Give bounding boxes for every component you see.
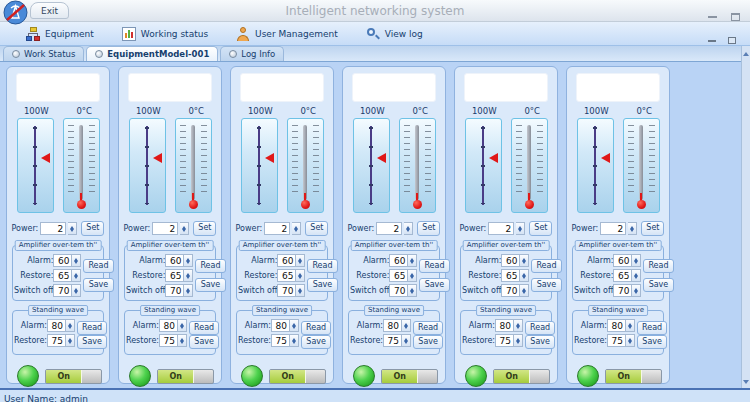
minimize-icon[interactable] [708, 16, 717, 18]
amp-save-button[interactable]: Save [643, 278, 673, 292]
spinner-down-icon[interactable] [180, 326, 184, 331]
amp-save-button[interactable]: Save [83, 278, 113, 292]
amp-restore-input[interactable]: 65 [165, 269, 184, 282]
spinner-down-icon[interactable] [410, 261, 414, 266]
sw-restore-input[interactable]: 75 [607, 334, 626, 347]
sw-restore-input[interactable]: 75 [271, 334, 290, 347]
spinner-down-icon[interactable] [298, 291, 302, 296]
on-toggle[interactable]: On [605, 369, 662, 384]
set-power-button[interactable]: Set [529, 221, 552, 236]
mdi-restore-icon[interactable] [728, 37, 736, 44]
tab-log-info[interactable]: Log Info [220, 46, 284, 61]
amp-switch-off-spinner[interactable] [520, 284, 529, 297]
spinner-down-icon[interactable] [182, 229, 186, 234]
spinner-down-icon[interactable] [68, 326, 72, 331]
amp-switch-off-input[interactable]: 70 [53, 284, 72, 297]
amp-save-button[interactable]: Save [195, 278, 225, 292]
toolbar-working-status-button[interactable]: Working status [122, 27, 208, 41]
spinner-down-icon[interactable] [186, 291, 190, 296]
spinner-down-icon[interactable] [292, 341, 296, 346]
sw-alarm-spinner[interactable] [626, 319, 635, 332]
amp-alarm-input[interactable]: 60 [389, 254, 408, 267]
spinner-down-icon[interactable] [404, 326, 408, 331]
amp-restore-spinner[interactable] [296, 269, 305, 282]
spinner-down-icon[interactable] [298, 276, 302, 281]
tab-equipment-model-001[interactable]: EquipmentModel-001 [86, 46, 218, 61]
maximize-icon[interactable] [731, 13, 740, 21]
amp-save-button[interactable]: Save [531, 278, 561, 292]
amp-restore-spinner[interactable] [408, 269, 417, 282]
amp-save-button[interactable]: Save [307, 278, 337, 292]
amp-alarm-spinner[interactable] [632, 254, 641, 267]
amp-switch-off-input[interactable]: 70 [613, 284, 632, 297]
amp-alarm-spinner[interactable] [520, 254, 529, 267]
power-spinner[interactable] [292, 222, 301, 235]
amp-restore-input[interactable]: 65 [613, 269, 632, 282]
spinner-down-icon[interactable] [186, 261, 190, 266]
spinner-down-icon[interactable] [522, 276, 526, 281]
sw-alarm-spinner[interactable] [290, 319, 299, 332]
amp-read-button[interactable]: Read [83, 259, 113, 273]
spinner-down-icon[interactable] [70, 229, 74, 234]
amp-read-button[interactable]: Read [643, 259, 673, 273]
sw-restore-spinner[interactable] [290, 334, 299, 347]
amp-restore-spinner[interactable] [184, 269, 193, 282]
amp-read-button[interactable]: Read [307, 259, 337, 273]
sw-alarm-input[interactable]: 80 [495, 319, 514, 332]
amp-alarm-spinner[interactable] [296, 254, 305, 267]
sw-alarm-input[interactable]: 80 [383, 319, 402, 332]
amp-switch-off-spinner[interactable] [632, 284, 641, 297]
amp-alarm-spinner[interactable] [184, 254, 193, 267]
amp-alarm-input[interactable]: 60 [613, 254, 632, 267]
spinner-down-icon[interactable] [522, 291, 526, 296]
toolbar-user-management-button[interactable]: User Management [236, 27, 338, 41]
spinner-down-icon[interactable] [410, 291, 414, 296]
spinner-down-icon[interactable] [518, 229, 522, 234]
sw-alarm-spinner[interactable] [402, 319, 411, 332]
spinner-down-icon[interactable] [406, 229, 410, 234]
spinner-down-icon[interactable] [404, 341, 408, 346]
sw-restore-spinner[interactable] [626, 334, 635, 347]
spinner-down-icon[interactable] [628, 341, 632, 346]
vertical-scrollbar[interactable] [741, 46, 750, 390]
amp-alarm-spinner[interactable] [72, 254, 81, 267]
amp-alarm-input[interactable]: 60 [165, 254, 184, 267]
sw-restore-spinner[interactable] [514, 334, 523, 347]
spinner-down-icon[interactable] [298, 261, 302, 266]
sw-restore-input[interactable]: 75 [159, 334, 178, 347]
sw-read-button[interactable]: Read [413, 321, 443, 335]
spinner-down-icon[interactable] [516, 326, 520, 331]
spinner-down-icon[interactable] [74, 261, 78, 266]
amp-read-button[interactable]: Read [195, 259, 225, 273]
power-input[interactable]: 2 [600, 222, 626, 235]
sw-alarm-spinner[interactable] [66, 319, 75, 332]
toolbar-equipment-button[interactable]: Equipment [26, 27, 94, 41]
tab-work-status[interactable]: Work Status [3, 46, 84, 61]
power-spinner[interactable] [404, 222, 413, 235]
spinner-down-icon[interactable] [292, 326, 296, 331]
sw-alarm-spinner[interactable] [514, 319, 523, 332]
sw-restore-spinner[interactable] [66, 334, 75, 347]
sw-read-button[interactable]: Read [637, 321, 667, 335]
spinner-down-icon[interactable] [634, 291, 638, 296]
sw-save-button[interactable]: Save [637, 335, 667, 349]
amp-switch-off-spinner[interactable] [184, 284, 193, 297]
on-toggle[interactable]: On [381, 369, 438, 384]
on-toggle[interactable]: On [157, 369, 214, 384]
amp-read-button[interactable]: Read [531, 259, 561, 273]
sw-restore-input[interactable]: 75 [495, 334, 514, 347]
amp-switch-off-spinner[interactable] [72, 284, 81, 297]
spinner-down-icon[interactable] [74, 276, 78, 281]
spinner-down-icon[interactable] [634, 276, 638, 281]
set-power-button[interactable]: Set [417, 221, 440, 236]
sw-alarm-input[interactable]: 80 [47, 319, 66, 332]
power-input[interactable]: 2 [152, 222, 178, 235]
sw-read-button[interactable]: Read [301, 321, 331, 335]
amp-save-button[interactable]: Save [419, 278, 449, 292]
power-input[interactable]: 2 [264, 222, 290, 235]
amp-switch-off-input[interactable]: 70 [277, 284, 296, 297]
scroll-up-icon[interactable] [743, 49, 749, 56]
amp-read-button[interactable]: Read [419, 259, 449, 273]
sw-restore-input[interactable]: 75 [383, 334, 402, 347]
spinner-down-icon[interactable] [628, 326, 632, 331]
